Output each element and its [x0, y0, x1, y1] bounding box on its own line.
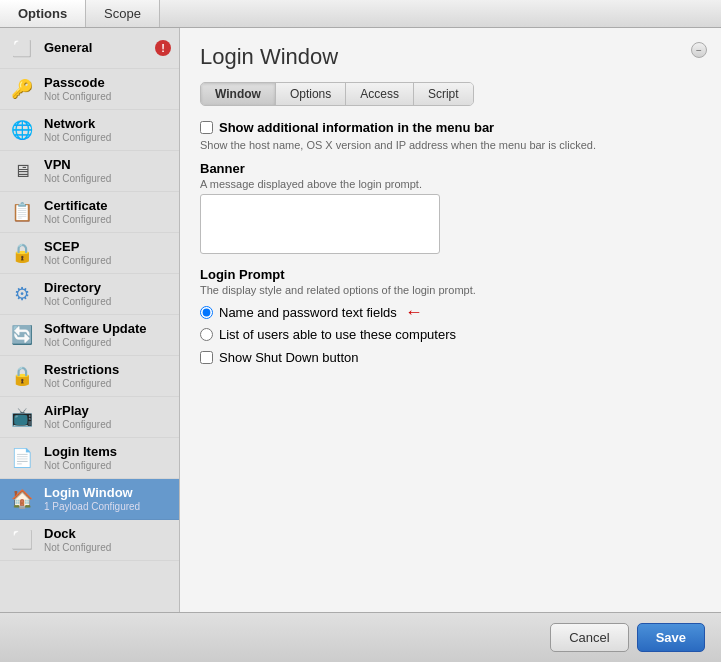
login-prompt-section: Login Prompt The display style and relat… [200, 267, 701, 365]
sidebar-item-passcode-label: Passcode [44, 75, 111, 91]
arrow-indicator: ← [405, 302, 423, 323]
login-prompt-hint: The display style and related options of… [200, 284, 701, 296]
sidebar-item-directory-label: Directory [44, 280, 111, 296]
sidebar-item-scep-sub: Not Configured [44, 255, 111, 267]
show-menubar-row: Show additional information in the menu … [200, 120, 701, 135]
directory-icon: ⚙ [8, 280, 36, 308]
show-menubar-checkbox[interactable] [200, 121, 213, 134]
sidebar-item-passcode-sub: Not Configured [44, 91, 111, 103]
sub-tab-options[interactable]: Options [276, 83, 346, 105]
bottom-bar: Cancel Save [0, 612, 721, 662]
sidebar-item-restrictions-sub: Not Configured [44, 378, 119, 390]
sidebar-item-software-update-label: Software Update [44, 321, 147, 337]
general-icon: ⬜ [8, 34, 36, 62]
radio-name-password[interactable] [200, 306, 213, 319]
sidebar-item-login-items-sub: Not Configured [44, 460, 117, 472]
sidebar-item-restrictions-label: Restrictions [44, 362, 119, 378]
sidebar-item-directory[interactable]: ⚙ Directory Not Configured [0, 274, 179, 315]
sidebar-item-software-update-sub: Not Configured [44, 337, 147, 349]
sidebar-item-login-window-label: Login Window [44, 485, 140, 501]
sidebar-item-dock-sub: Not Configured [44, 542, 111, 554]
sidebar-item-vpn-label: VPN [44, 157, 111, 173]
sub-tab-window[interactable]: Window [201, 83, 276, 105]
sidebar: ⬜ General ! 🔑 Passcode Not Configured 🌐 … [0, 28, 180, 612]
radio-name-password-label: Name and password text fields [219, 305, 397, 320]
scep-icon: 🔒 [8, 239, 36, 267]
banner-textarea[interactable] [200, 194, 440, 254]
banner-hint: A message displayed above the login prom… [200, 178, 701, 190]
sidebar-item-certificate-label: Certificate [44, 198, 111, 214]
sidebar-item-network-sub: Not Configured [44, 132, 111, 144]
login-prompt-title: Login Prompt [200, 267, 701, 282]
content-area: − Login Window Window Options Access Scr… [180, 28, 721, 612]
minimize-button[interactable]: − [691, 42, 707, 58]
banner-label: Banner [200, 161, 701, 176]
cancel-button[interactable]: Cancel [550, 623, 628, 652]
sidebar-item-network-label: Network [44, 116, 111, 132]
passcode-icon: 🔑 [8, 75, 36, 103]
save-button[interactable]: Save [637, 623, 705, 652]
sub-tab-access[interactable]: Access [346, 83, 414, 105]
radio-name-password-row: Name and password text fields ← [200, 302, 701, 323]
sidebar-item-general-label: General [44, 40, 92, 56]
sidebar-item-certificate[interactable]: 📋 Certificate Not Configured [0, 192, 179, 233]
main-area: ⬜ General ! 🔑 Passcode Not Configured 🌐 … [0, 28, 721, 612]
sidebar-item-login-window-sub: 1 Payload Configured [44, 501, 140, 513]
airplay-icon: 📺 [8, 403, 36, 431]
sidebar-item-scep[interactable]: 🔒 SCEP Not Configured [0, 233, 179, 274]
sidebar-item-certificate-sub: Not Configured [44, 214, 111, 226]
sub-tab-script[interactable]: Script [414, 83, 473, 105]
login-items-icon: 📄 [8, 444, 36, 472]
sidebar-item-login-window[interactable]: 🏠 Login Window 1 Payload Configured [0, 479, 179, 520]
sidebar-item-airplay-sub: Not Configured [44, 419, 111, 431]
software-update-icon: 🔄 [8, 321, 36, 349]
show-menubar-label: Show additional information in the menu … [219, 120, 494, 135]
sidebar-item-restrictions[interactable]: 🔒 Restrictions Not Configured [0, 356, 179, 397]
tab-options[interactable]: Options [0, 0, 86, 27]
show-shutdown-checkbox[interactable] [200, 351, 213, 364]
show-shutdown-label: Show Shut Down button [219, 350, 358, 365]
sidebar-item-passcode[interactable]: 🔑 Passcode Not Configured [0, 69, 179, 110]
sidebar-item-airplay[interactable]: 📺 AirPlay Not Configured [0, 397, 179, 438]
certificate-icon: 📋 [8, 198, 36, 226]
sidebar-item-dock-label: Dock [44, 526, 111, 542]
tab-scope[interactable]: Scope [86, 0, 160, 27]
sidebar-item-software-update[interactable]: 🔄 Software Update Not Configured [0, 315, 179, 356]
sidebar-item-airplay-label: AirPlay [44, 403, 111, 419]
sidebar-item-dock[interactable]: ⬜ Dock Not Configured [0, 520, 179, 561]
sidebar-item-login-items-label: Login Items [44, 444, 117, 460]
sidebar-item-network[interactable]: 🌐 Network Not Configured [0, 110, 179, 151]
radio-user-list[interactable] [200, 328, 213, 341]
network-icon: 🌐 [8, 116, 36, 144]
general-badge: ! [155, 40, 171, 56]
restrictions-icon: 🔒 [8, 362, 36, 390]
sidebar-item-vpn[interactable]: 🖥 VPN Not Configured [0, 151, 179, 192]
sidebar-item-directory-sub: Not Configured [44, 296, 111, 308]
show-menubar-hint: Show the host name, OS X version and IP … [200, 139, 701, 151]
sidebar-item-scep-label: SCEP [44, 239, 111, 255]
dock-icon: ⬜ [8, 526, 36, 554]
sidebar-item-vpn-sub: Not Configured [44, 173, 111, 185]
vpn-icon: 🖥 [8, 157, 36, 185]
shutdown-row: Show Shut Down button [200, 350, 701, 365]
radio-user-list-label: List of users able to use these computer… [219, 327, 456, 342]
top-tab-bar: Options Scope [0, 0, 721, 28]
sidebar-item-login-items[interactable]: 📄 Login Items Not Configured [0, 438, 179, 479]
sidebar-item-general[interactable]: ⬜ General ! [0, 28, 179, 69]
sub-tab-bar: Window Options Access Script [200, 82, 474, 106]
page-title: Login Window [200, 44, 701, 70]
login-window-icon: 🏠 [8, 485, 36, 513]
radio-user-list-row: List of users able to use these computer… [200, 327, 701, 342]
